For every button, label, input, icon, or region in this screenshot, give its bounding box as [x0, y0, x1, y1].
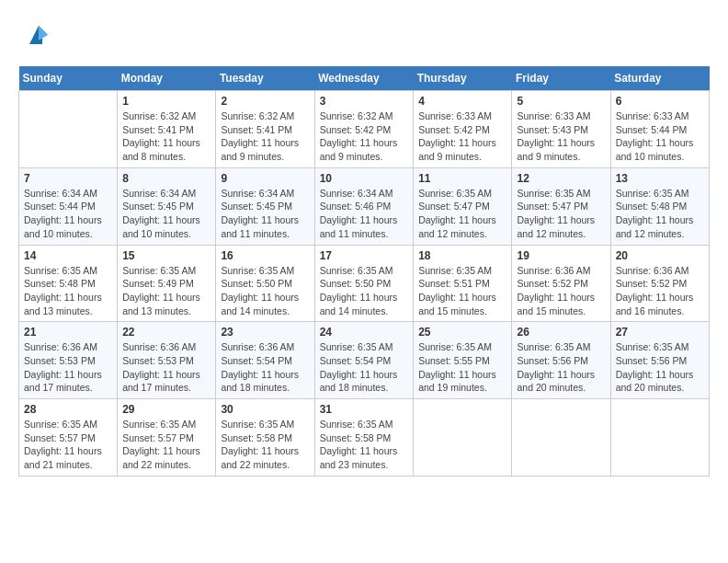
calendar-cell: 22Sunrise: 6:36 AMSunset: 5:53 PMDayligh…	[118, 322, 216, 399]
day-number: 2	[221, 95, 309, 108]
day-number: 12	[517, 172, 605, 185]
day-info: Sunrise: 6:35 AMSunset: 5:57 PMDaylight:…	[122, 418, 210, 472]
day-info: Sunrise: 6:33 AMSunset: 5:43 PMDaylight:…	[517, 109, 605, 164]
svg-marker-1	[39, 26, 48, 40]
calendar-week-row: 7Sunrise: 6:34 AMSunset: 5:44 PMDaylight…	[19, 167, 710, 245]
calendar-cell: 21Sunrise: 6:36 AMSunset: 5:53 PMDayligh…	[19, 322, 118, 399]
day-number: 22	[122, 326, 210, 339]
calendar-cell: 13Sunrise: 6:35 AMSunset: 5:48 PMDayligh…	[610, 167, 709, 245]
calendar-cell: 11Sunrise: 6:35 AMSunset: 5:47 PMDayligh…	[414, 167, 512, 245]
day-info: Sunrise: 6:35 AMSunset: 5:56 PMDaylight:…	[616, 340, 704, 395]
day-header-friday: Friday	[512, 66, 610, 91]
calendar-cell: 8Sunrise: 6:34 AMSunset: 5:45 PMDaylight…	[118, 167, 216, 245]
day-number: 15	[122, 249, 210, 262]
day-info: Sunrise: 6:34 AMSunset: 5:45 PMDaylight:…	[221, 187, 309, 241]
day-info: Sunrise: 6:36 AMSunset: 5:54 PMDaylight:…	[221, 340, 309, 395]
day-number: 14	[24, 249, 112, 262]
day-info: Sunrise: 6:34 AMSunset: 5:46 PMDaylight:…	[320, 187, 409, 241]
logo	[18, 18, 55, 52]
day-info: Sunrise: 6:35 AMSunset: 5:57 PMDaylight:…	[24, 418, 112, 472]
day-info: Sunrise: 6:35 AMSunset: 5:48 PMDaylight:…	[24, 264, 112, 318]
calendar-cell: 1Sunrise: 6:32 AMSunset: 5:41 PMDaylight…	[118, 91, 216, 168]
day-info: Sunrise: 6:32 AMSunset: 5:42 PMDaylight:…	[320, 109, 409, 164]
calendar-cell: 30Sunrise: 6:35 AMSunset: 5:58 PMDayligh…	[216, 399, 314, 477]
calendar-cell: 18Sunrise: 6:35 AMSunset: 5:51 PMDayligh…	[414, 245, 512, 322]
day-number: 27	[616, 326, 704, 339]
calendar-table: SundayMondayTuesdayWednesdayThursdayFrid…	[18, 66, 710, 477]
day-info: Sunrise: 6:34 AMSunset: 5:44 PMDaylight:…	[24, 187, 112, 241]
day-number: 3	[320, 95, 409, 108]
day-header-monday: Monday	[118, 66, 216, 91]
calendar-cell: 26Sunrise: 6:35 AMSunset: 5:56 PMDayligh…	[512, 322, 610, 399]
day-header-tuesday: Tuesday	[216, 66, 314, 91]
day-number: 7	[24, 172, 112, 185]
calendar-week-row: 28Sunrise: 6:35 AMSunset: 5:57 PMDayligh…	[19, 399, 710, 477]
calendar-cell: 25Sunrise: 6:35 AMSunset: 5:55 PMDayligh…	[414, 322, 512, 399]
calendar-cell: 4Sunrise: 6:33 AMSunset: 5:42 PMDaylight…	[414, 91, 512, 168]
day-info: Sunrise: 6:36 AMSunset: 5:53 PMDaylight:…	[24, 340, 112, 395]
calendar-cell: 24Sunrise: 6:35 AMSunset: 5:54 PMDayligh…	[314, 322, 414, 399]
day-info: Sunrise: 6:35 AMSunset: 5:58 PMDaylight:…	[320, 418, 409, 472]
day-number: 17	[320, 249, 409, 262]
calendar-cell: 28Sunrise: 6:35 AMSunset: 5:57 PMDayligh…	[19, 399, 118, 477]
day-info: Sunrise: 6:35 AMSunset: 5:50 PMDaylight:…	[221, 264, 309, 318]
day-header-sunday: Sunday	[19, 66, 118, 91]
day-number: 4	[418, 95, 506, 108]
calendar-cell: 2Sunrise: 6:32 AMSunset: 5:41 PMDaylight…	[216, 91, 314, 168]
day-number: 24	[320, 326, 409, 339]
calendar-header-row: SundayMondayTuesdayWednesdayThursdayFrid…	[19, 66, 710, 91]
calendar-cell: 5Sunrise: 6:33 AMSunset: 5:43 PMDaylight…	[512, 91, 610, 168]
day-number: 16	[221, 249, 309, 262]
page-header	[18, 18, 710, 52]
day-header-saturday: Saturday	[610, 66, 709, 91]
day-header-wednesday: Wednesday	[314, 66, 414, 91]
calendar-cell: 12Sunrise: 6:35 AMSunset: 5:47 PMDayligh…	[512, 167, 610, 245]
day-info: Sunrise: 6:33 AMSunset: 5:42 PMDaylight:…	[418, 109, 506, 164]
day-info: Sunrise: 6:32 AMSunset: 5:41 PMDaylight:…	[221, 109, 309, 164]
day-number: 11	[418, 172, 506, 185]
day-number: 28	[24, 403, 112, 416]
day-info: Sunrise: 6:35 AMSunset: 5:55 PMDaylight:…	[418, 340, 506, 395]
day-number: 5	[517, 95, 605, 108]
day-number: 23	[221, 326, 309, 339]
day-number: 21	[24, 326, 112, 339]
day-info: Sunrise: 6:35 AMSunset: 5:58 PMDaylight:…	[221, 418, 309, 472]
calendar-cell: 20Sunrise: 6:36 AMSunset: 5:52 PMDayligh…	[610, 245, 709, 322]
calendar-cell: 9Sunrise: 6:34 AMSunset: 5:45 PMDaylight…	[216, 167, 314, 245]
calendar-cell	[610, 399, 709, 477]
logo-icon	[22, 18, 55, 52]
day-info: Sunrise: 6:32 AMSunset: 5:41 PMDaylight:…	[122, 109, 210, 164]
calendar-cell	[414, 399, 512, 477]
calendar-cell: 17Sunrise: 6:35 AMSunset: 5:50 PMDayligh…	[314, 245, 414, 322]
day-info: Sunrise: 6:36 AMSunset: 5:53 PMDaylight:…	[122, 340, 210, 395]
day-number: 1	[122, 95, 210, 108]
calendar-cell: 31Sunrise: 6:35 AMSunset: 5:58 PMDayligh…	[314, 399, 414, 477]
calendar-week-row: 21Sunrise: 6:36 AMSunset: 5:53 PMDayligh…	[19, 322, 710, 399]
day-number: 8	[122, 172, 210, 185]
day-info: Sunrise: 6:36 AMSunset: 5:52 PMDaylight:…	[517, 264, 605, 318]
calendar-cell: 19Sunrise: 6:36 AMSunset: 5:52 PMDayligh…	[512, 245, 610, 322]
day-info: Sunrise: 6:35 AMSunset: 5:48 PMDaylight:…	[616, 187, 704, 241]
day-info: Sunrise: 6:35 AMSunset: 5:47 PMDaylight:…	[517, 187, 605, 241]
day-number: 9	[221, 172, 309, 185]
day-info: Sunrise: 6:35 AMSunset: 5:56 PMDaylight:…	[517, 340, 605, 395]
calendar-cell: 10Sunrise: 6:34 AMSunset: 5:46 PMDayligh…	[314, 167, 414, 245]
calendar-week-row: 1Sunrise: 6:32 AMSunset: 5:41 PMDaylight…	[19, 91, 710, 168]
day-header-thursday: Thursday	[414, 66, 512, 91]
day-info: Sunrise: 6:35 AMSunset: 5:47 PMDaylight:…	[418, 187, 506, 241]
calendar-cell: 14Sunrise: 6:35 AMSunset: 5:48 PMDayligh…	[19, 245, 118, 322]
day-number: 19	[517, 249, 605, 262]
day-number: 10	[320, 172, 409, 185]
day-info: Sunrise: 6:35 AMSunset: 5:51 PMDaylight:…	[418, 264, 506, 318]
day-number: 26	[517, 326, 605, 339]
day-number: 13	[616, 172, 704, 185]
day-number: 25	[418, 326, 506, 339]
day-number: 30	[221, 403, 309, 416]
calendar-cell: 7Sunrise: 6:34 AMSunset: 5:44 PMDaylight…	[19, 167, 118, 245]
calendar-cell: 23Sunrise: 6:36 AMSunset: 5:54 PMDayligh…	[216, 322, 314, 399]
calendar-cell: 27Sunrise: 6:35 AMSunset: 5:56 PMDayligh…	[610, 322, 709, 399]
calendar-cell: 15Sunrise: 6:35 AMSunset: 5:49 PMDayligh…	[118, 245, 216, 322]
calendar-cell: 6Sunrise: 6:33 AMSunset: 5:44 PMDaylight…	[610, 91, 709, 168]
day-info: Sunrise: 6:34 AMSunset: 5:45 PMDaylight:…	[122, 187, 210, 241]
day-info: Sunrise: 6:35 AMSunset: 5:50 PMDaylight:…	[320, 264, 409, 318]
